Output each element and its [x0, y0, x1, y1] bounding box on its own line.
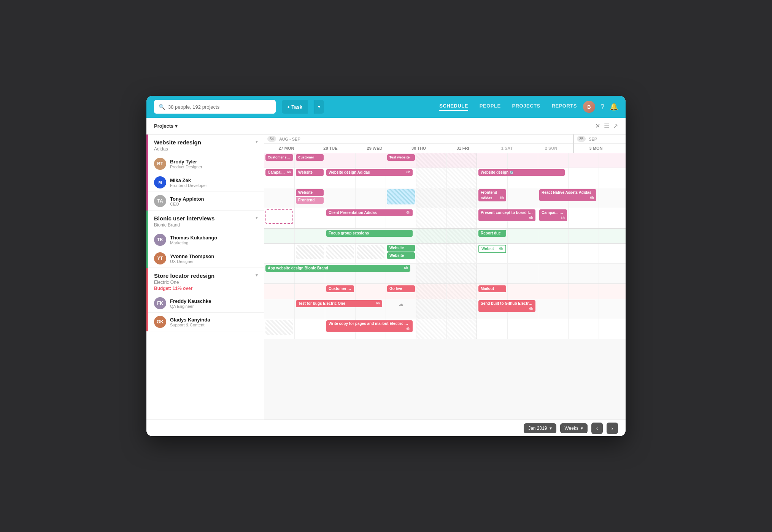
avatar-brody: BT [154, 158, 166, 170]
nav-icons: B ? 🔔 [583, 101, 618, 113]
task-client-presentation[interactable]: Client Presentation Adidas 6h [326, 209, 413, 216]
cell-tony-wed5: Campai... Adidas 6h [538, 208, 569, 228]
projects-label-text: Projects [154, 123, 173, 129]
member-row-mika-cal: Website Frontend FrontendAdidas 6h [264, 188, 626, 208]
task-customer-support-setup[interactable]: Customer support setup [265, 154, 293, 161]
search-bar[interactable]: 🔍 [154, 100, 276, 114]
task-write-copy[interactable]: Write copy for pages and mailout Electri… [326, 320, 413, 332]
task-website-design-adidas-brody[interactable]: Website design Adidas 6h [326, 169, 413, 176]
week-35-days: 3 MON 4 TUE 5 WED 6 THU 7 FRI [574, 144, 626, 153]
member-row-thomas-cal: Website Website Websit 6h [264, 244, 626, 264]
task-campai-tony[interactable]: Campai... Adidas 6h [539, 209, 567, 221]
task-hatch-mika [387, 189, 415, 204]
cell-tony-mon27 [264, 208, 295, 228]
cell-gladys-tue28 [295, 319, 325, 339]
cell-brody-sat1 [416, 168, 447, 188]
cell-freddy-fri31: 4h [386, 299, 416, 319]
cell-mika-tue4 [508, 188, 538, 208]
cell-mika-fri7 [599, 188, 626, 208]
project-group-electric: Store locator redesign Electric One Budg… [146, 268, 264, 331]
task-send-github[interactable]: Send built to Github Electric One 6h [478, 300, 535, 312]
task-go-live[interactable]: Go live [387, 285, 415, 292]
cell-brody-mon27: Campai... 6h [264, 168, 295, 188]
task-frontend-adidas-mika[interactable]: FrontendAdidas 6h [478, 189, 506, 201]
project-group-bionic: Bionic user interviews Bionic Brand ▾ TK… [146, 211, 264, 268]
task-app-website-design[interactable]: App website design Bionic Brand 6h [265, 265, 410, 272]
prev-week-button[interactable]: ‹ [591, 423, 603, 434]
avatar-freddy: FK [154, 297, 166, 309]
search-input[interactable] [168, 104, 271, 110]
cell-gladys-wed5 [538, 319, 569, 339]
member-role-yvonne: UX Designer [170, 259, 258, 264]
nav-schedule[interactable]: SCHEDULE [439, 103, 468, 111]
next-week-button[interactable]: › [607, 423, 618, 434]
help-icon[interactable]: ? [600, 103, 604, 111]
cell-adidas-mon3 [477, 153, 508, 168]
task-website-mika[interactable]: Website [296, 189, 324, 196]
cell-thomas-hatch2 [326, 245, 354, 259]
task-test-bugs[interactable]: Test for bugs Electric One 6h [296, 300, 382, 307]
project-title-bionic: Bionic user interviews [154, 215, 214, 222]
project-header-adidas[interactable]: Website redesign Adidas ▾ [148, 135, 264, 155]
date-selector-button[interactable]: Jan 2019 ▾ [524, 423, 556, 433]
nav-projects[interactable]: PROJECTS [512, 103, 540, 111]
main-content: Website redesign Adidas ▾ BT Brody Tyler… [146, 135, 626, 420]
task-customer-support-electric[interactable]: Customer support setup [326, 285, 354, 292]
col-sat1: 1 SAT [485, 144, 529, 153]
avatar-mika: M [154, 176, 166, 188]
member-row-tony-cal: Client Presentation Adidas 6h Present co… [264, 208, 626, 229]
cell-brody-thu6 [569, 168, 599, 188]
cell-mika-wed29 [325, 188, 356, 208]
task-report-due[interactable]: Report due [478, 230, 506, 237]
cell-freddy-thu6 [569, 299, 599, 319]
project-header-electric[interactable]: Store locator redesign Electric One Budg… [148, 268, 264, 294]
col-tue28: 28 TUE [308, 144, 353, 153]
calendar-area: 34 AUG - SEP 27 MON 28 TUE 29 WED 30 THU… [264, 135, 626, 420]
cell-yvonne-sun2 [447, 264, 477, 283]
avatar-thomas: TK [154, 234, 166, 246]
task-focus-group[interactable]: Focus group sessions [326, 230, 413, 237]
expand-icon-electric[interactable]: ▾ [256, 272, 258, 278]
task-website-brody[interactable]: Website [296, 169, 324, 176]
task-mailout[interactable]: Mailout [478, 285, 506, 292]
cell-thomas-wed29 [325, 244, 356, 263]
view-selector-button[interactable]: Weeks ▾ [560, 423, 588, 433]
task-campai[interactable]: Campai... 6h [265, 169, 293, 176]
add-task-dropdown[interactable]: ▾ [314, 100, 324, 114]
cell-bionic-mon27 [264, 229, 295, 243]
list-icon[interactable]: ☰ [604, 122, 609, 130]
add-task-button[interactable]: + Task [282, 100, 308, 114]
expand-icon-bionic[interactable]: ▾ [256, 215, 258, 220]
export-icon[interactable]: ↗ [613, 122, 618, 130]
task-website-thomas1[interactable]: Website [387, 245, 415, 252]
task-customer[interactable]: Customer [296, 154, 324, 161]
cell-electric-sun2 [447, 284, 477, 299]
task-website-thomas2[interactable]: Website [387, 252, 415, 259]
week-34-badge: 34 [267, 136, 276, 142]
task-website-design-brody-mon3[interactable]: Website design 🔄 [478, 169, 565, 176]
nav-people[interactable]: PEOPLE [480, 103, 501, 111]
task-react-native-mika[interactable]: React Native Assets Adidas 6h [539, 189, 596, 201]
task-present-concept[interactable]: Present concept to board for funding Adi… [478, 209, 535, 221]
date-selector-chevron: ▾ [550, 426, 552, 431]
close-icon[interactable]: ✕ [595, 122, 600, 130]
member-row-yvonne-cal: App website design Bionic Brand 6h [264, 264, 626, 284]
cell-thomas-sun2 [447, 244, 477, 263]
calendar-inner: 34 AUG - SEP 27 MON 28 TUE 29 WED 30 THU… [264, 135, 626, 339]
project-header-bionic[interactable]: Bionic user interviews Bionic Brand ▾ [148, 211, 264, 231]
task-test-website[interactable]: Test website [387, 154, 415, 161]
expand-icon-adidas[interactable]: ▾ [256, 139, 258, 144]
member-info-gladys: Gladys Kanyinda Support & Content [170, 317, 258, 327]
cell-electric-tue4 [508, 284, 538, 299]
task-websit-outline[interactable]: Websit 6h [478, 245, 506, 253]
project-client-electric: Electric One [154, 280, 214, 285]
nav-reports[interactable]: REPORTS [552, 103, 577, 111]
member-info-tony: Tony Appleton CEO [170, 196, 258, 206]
member-row-freddy: FK Freddy Kauschke QA Engineer [148, 294, 264, 313]
cell-gladys-mon27 [264, 319, 295, 339]
notification-icon[interactable]: 🔔 [610, 103, 618, 111]
projects-filter[interactable]: Projects ▾ [154, 123, 178, 129]
cell-mika-thu30 [356, 188, 386, 208]
task-frontend-mika[interactable]: Frontend [296, 197, 324, 204]
user-avatar[interactable]: B [583, 101, 595, 113]
